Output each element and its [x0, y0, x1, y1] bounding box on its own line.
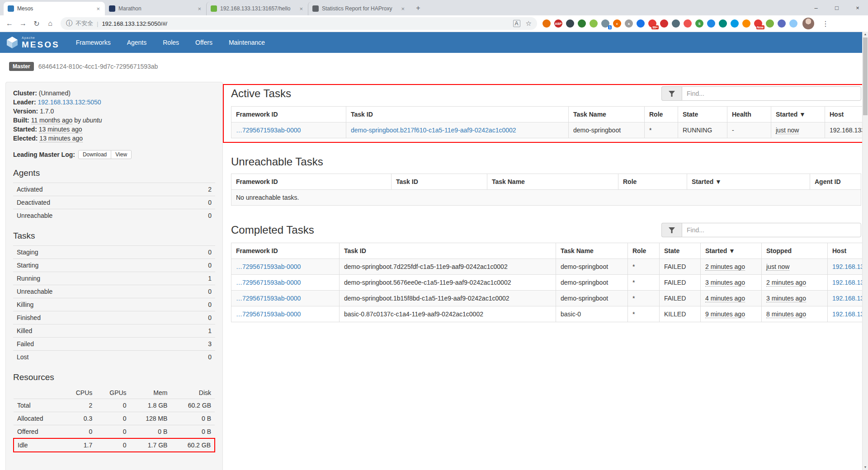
extension-icon[interactable]: [707, 19, 715, 28]
info-value[interactable]: 192.168.133.132:5050: [38, 99, 101, 106]
new-tab-button[interactable]: +: [412, 2, 424, 14]
completed-tasks-find-input[interactable]: [682, 223, 861, 237]
tab-close-icon[interactable]: ×: [95, 5, 101, 12]
extension-icon[interactable]: [742, 19, 750, 28]
extension-icon[interactable]: [778, 19, 786, 28]
framework_id-link[interactable]: …7295671593ab-0000: [236, 295, 301, 302]
tab-close-icon[interactable]: ×: [197, 5, 202, 12]
back-icon[interactable]: ←: [3, 17, 16, 30]
log-download-button[interactable]: Download: [78, 150, 111, 159]
minimize-button[interactable]: –: [806, 0, 826, 15]
column-header[interactable]: Role: [628, 243, 660, 259]
filter-icon[interactable]: [661, 86, 682, 101]
extension-icon[interactable]: 1: [601, 19, 609, 28]
extension-icon[interactable]: c: [613, 19, 621, 28]
column-header[interactable]: State: [678, 107, 727, 122]
column-header[interactable]: State: [660, 243, 701, 259]
column-header[interactable]: Stopped: [762, 243, 828, 259]
nav-item-maintenance[interactable]: Maintenance: [229, 39, 265, 46]
browser-menu-button[interactable]: ⋮: [817, 19, 834, 28]
extension-icon[interactable]: [766, 19, 774, 28]
column-header[interactable]: Framework ID: [231, 107, 346, 122]
extension-icon[interactable]: [684, 19, 692, 28]
column-header[interactable]: Framework ID: [231, 174, 392, 190]
column-header[interactable]: Role: [645, 107, 678, 122]
extension-icon[interactable]: [660, 19, 668, 28]
scroll-down-icon[interactable]: ▼: [863, 465, 868, 470]
extension-icon[interactable]: [637, 19, 645, 28]
column-header[interactable]: Health: [727, 107, 771, 122]
reload-icon[interactable]: ↻: [30, 17, 43, 30]
translate-icon[interactable]: A: [513, 20, 520, 27]
browser-tab[interactable]: Marathon×: [105, 2, 206, 15]
task_id-link[interactable]: demo-springboot.b217f610-c1a5-11e9-aaf9-…: [351, 127, 516, 134]
framework_id-link[interactable]: …7295671593ab-0000: [236, 310, 301, 318]
table-cell: demo-springboot: [569, 122, 645, 138]
forward-icon[interactable]: →: [16, 17, 30, 30]
log-label: Leading Master Log:: [13, 151, 75, 158]
column-header[interactable]: Framework ID: [231, 243, 340, 259]
extension-icon[interactable]: New: [754, 19, 762, 28]
tab-close-icon[interactable]: ×: [400, 5, 406, 12]
tab-close-icon[interactable]: ×: [298, 5, 304, 12]
extension-icon[interactable]: S: [695, 19, 703, 28]
tasks-row-killing: Killing0: [13, 298, 215, 311]
scroll-up-icon[interactable]: ▲: [863, 32, 868, 37]
tasks-row-lost: Lost0: [13, 350, 215, 363]
framework_id-link[interactable]: …7295671593ab-0000: [236, 127, 301, 134]
browser-tab[interactable]: 192.168.133.131:31657/hello×: [206, 2, 308, 15]
column-header[interactable]: Task ID: [392, 174, 487, 190]
nav-item-frameworks[interactable]: Frameworks: [76, 39, 111, 46]
extension-icon[interactable]: [672, 19, 680, 28]
column-header[interactable]: Host: [825, 107, 868, 122]
extension-icon[interactable]: [789, 19, 797, 28]
resource-label: Idle: [14, 438, 62, 452]
nav-item-offers[interactable]: Offers: [195, 39, 212, 46]
browser-tab[interactable]: Mesos×: [4, 2, 105, 15]
resources-row-allocated: Allocated0.30128 MB0 B: [14, 412, 215, 425]
table-cell: demo-springboot.7d225fdf-c1a5-11e9-aaf9-…: [340, 259, 556, 275]
bookmark-star-icon[interactable]: ☆: [526, 19, 532, 28]
filter-icon[interactable]: [661, 223, 682, 237]
extension-icon[interactable]: 99+: [648, 19, 656, 28]
extension-icon[interactable]: [566, 19, 574, 28]
log-view-button[interactable]: View: [111, 150, 132, 159]
scrollbar-thumb[interactable]: [863, 38, 868, 115]
nav-item-agents[interactable]: Agents: [127, 39, 147, 46]
extension-icon[interactable]: [590, 19, 598, 28]
column-header[interactable]: Role: [618, 174, 687, 190]
column-header[interactable]: Task ID: [340, 243, 556, 259]
page-scrollbar[interactable]: ▲ ▼: [862, 32, 868, 470]
extension-icon[interactable]: [731, 19, 739, 28]
column-header[interactable]: Agent ID: [810, 174, 861, 190]
framework_id-link[interactable]: …7295671593ab-0000: [236, 263, 301, 270]
mesos-logo[interactable]: Apache MESOS: [6, 36, 60, 49]
nav-item-roles[interactable]: Roles: [163, 39, 179, 46]
column-header[interactable]: Task Name: [556, 243, 628, 259]
active-tasks-find-input[interactable]: [682, 86, 861, 101]
column-header[interactable]: Started ▼: [771, 107, 825, 122]
extension-icon[interactable]: [542, 19, 551, 28]
resource-value: 0 B: [171, 425, 215, 439]
url-text: 192.168.133.132:5050/#/: [102, 20, 167, 27]
home-icon[interactable]: ⌂: [43, 17, 57, 30]
page-info-icon[interactable]: ⓘ: [66, 19, 72, 28]
column-header[interactable]: Task Name: [487, 174, 618, 190]
column-header[interactable]: Started ▼: [701, 243, 762, 259]
profile-avatar[interactable]: [802, 18, 814, 29]
sidebar-info: Cluster: (Unnamed)Leader: 192.168.133.13…: [13, 89, 215, 143]
column-header[interactable]: Task Name: [569, 107, 645, 122]
close-button[interactable]: ×: [847, 0, 868, 15]
address-bar[interactable]: ⓘ 不安全 | 192.168.133.132:5050/#/ A ☆: [61, 17, 537, 30]
column-header[interactable]: Task ID: [346, 107, 569, 122]
maximize-button[interactable]: □: [826, 0, 847, 15]
table-cell: basic-0.87c0137c-c1a4-11e9-aaf9-0242ac1c…: [340, 306, 556, 322]
column-header[interactable]: Started ▼: [687, 174, 810, 190]
framework_id-link[interactable]: …7295671593ab-0000: [236, 279, 301, 286]
empty-row: No unreachable tasks.: [231, 190, 861, 206]
extension-icon[interactable]: a: [625, 19, 633, 28]
extension-icon[interactable]: [719, 19, 727, 28]
browser-tab[interactable]: Statistics Report for HAProxy×: [308, 2, 410, 15]
extension-icon[interactable]: [578, 19, 586, 28]
extension-icon[interactable]: ABP: [554, 19, 562, 28]
